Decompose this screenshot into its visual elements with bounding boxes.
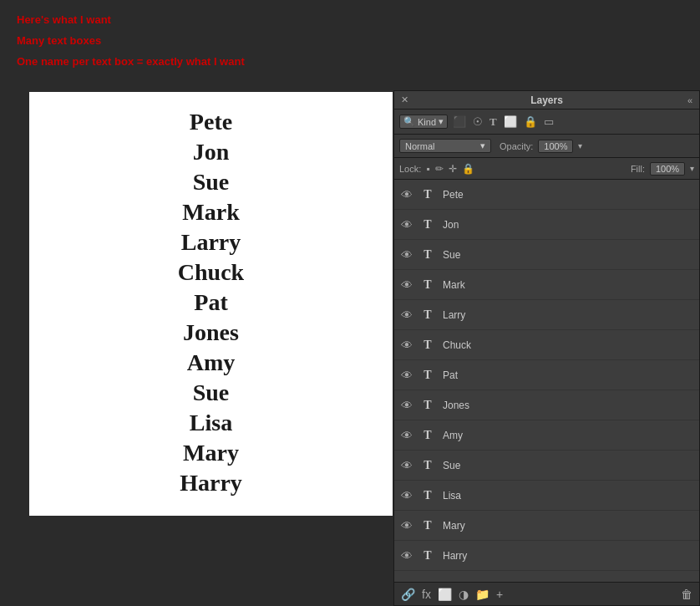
canvas-name-amy: Amy [187,349,236,376]
lock-filter-icon[interactable]: 🔒 [522,114,539,130]
lock-transparency-icon[interactable]: ▪ [426,163,429,175]
kind-dropdown[interactable]: 🔍 Kind ▾ [399,115,448,129]
type-icon-sue1: T [419,248,436,262]
layer-name-amy: Amy [443,430,694,441]
canvas-name-jon: Jon [193,139,230,166]
type-icon-sue2: T [419,459,436,472]
artboard-filter-icon[interactable]: ▭ [542,114,555,130]
eye-icon-harry[interactable]: 👁 [399,549,414,563]
lock-label: Lock: [399,164,421,174]
lock-image-icon[interactable]: ✏ [435,163,444,175]
layers-collapse-button[interactable]: « [687,95,692,105]
type-icon-harry: T [419,549,436,563]
layer-item-sue1[interactable]: 👁 T Sue [394,240,699,270]
instruction-2: Many text boxes [17,34,376,47]
layer-item-chuck[interactable]: 👁 T Chuck [394,330,699,360]
type-icon-mark: T [419,278,436,292]
layer-item-lisa[interactable]: 👁 T Lisa [394,481,699,511]
type-icon-chuck: T [419,339,436,352]
layer-name-jon: Jon [443,219,694,231]
layer-name-pat: Pat [443,369,694,381]
fill-value[interactable]: 100% [650,162,685,176]
layer-item-jon[interactable]: 👁 T Jon [394,210,699,240]
layer-item-mark[interactable]: 👁 T Mark [394,270,699,300]
layer-item-pete[interactable]: 👁 T Pete [394,180,699,210]
type-icon-pete: T [419,188,436,201]
layer-name-chuck: Chuck [443,339,694,351]
eye-icon-amy[interactable]: 👁 [399,429,414,442]
opacity-label: Opacity: [500,141,533,151]
eye-icon-larry[interactable]: 👁 [399,308,414,322]
layers-panel: ✕ Layers « 🔍 Kind ▾ ⬛ ☉ T ⬜ 🔒 ▭ Normal ▾… [393,90,700,606]
layer-item-jones[interactable]: 👁 T Jones [394,390,699,420]
instruction-1: Here's what I want [17,13,376,26]
eye-icon-mary[interactable]: 👁 [399,519,414,532]
opacity-value[interactable]: 100% [538,140,573,153]
type-icon-mary: T [419,519,436,532]
eye-icon-pete[interactable]: 👁 [399,188,414,201]
eye-icon-sue1[interactable]: 👁 [399,248,414,262]
canvas-name-pete: Pete [190,109,232,135]
layer-item-pat[interactable]: 👁 T Pat [394,360,699,390]
group-layers-icon[interactable]: 📁 [475,588,489,601]
chevron-down-icon: ▾ [439,116,444,127]
layer-name-pete: Pete [443,189,694,201]
type-icon-amy: T [419,429,436,442]
type-icon-larry: T [419,308,436,322]
canvas-name-chuck: Chuck [178,259,244,286]
lock-all-icon[interactable]: 🔒 [462,163,474,175]
layer-mask-icon[interactable]: ⬜ [438,588,452,601]
type-icon-lisa: T [419,489,436,502]
layers-list[interactable]: 👁 T Pete 👁 T Jon 👁 T Sue 👁 T Mark 👁 T La… [394,180,699,582]
layers-close-button[interactable]: ✕ [401,94,408,105]
layer-item-larry[interactable]: 👁 T Larry [394,300,699,330]
layer-item-amy[interactable]: 👁 T Amy [394,420,699,451]
layer-name-mark: Mark [443,279,694,291]
type-icon-pat: T [419,369,436,382]
canvas-name-harry: Harry [180,470,242,497]
canvas-area: Pete Jon Sue Mark Larry Chuck Pat Jones … [29,92,393,516]
layer-name-lisa: Lisa [443,490,694,502]
layer-style-icon[interactable]: fx [422,588,431,601]
layer-name-jones: Jones [443,400,694,411]
shape-filter-icon[interactable]: ⬜ [502,114,519,130]
canvas-name-jones: Jones [183,319,239,346]
layers-lock-row: Lock: ▪ ✏ ✛ 🔒 Fill: 100% ▾ [394,158,699,180]
new-layer-icon[interactable]: + [496,588,503,601]
link-layers-icon[interactable]: 🔗 [401,588,415,601]
canvas-name-sue1: Sue [193,169,230,196]
canvas-name-pat: Pat [194,289,227,316]
fill-chevron-icon: ▾ [690,164,694,173]
eye-icon-lisa[interactable]: 👁 [399,489,414,502]
layer-name-mary: Mary [443,520,694,532]
opacity-chevron-icon: ▾ [578,141,582,150]
type-icon-jones: T [419,399,436,412]
layer-item-sue2[interactable]: 👁 T Sue [394,451,699,481]
blend-mode-value: Normal [405,141,434,151]
eye-icon-mark[interactable]: 👁 [399,278,414,292]
eye-icon-pat[interactable]: 👁 [399,369,414,382]
search-icon: 🔍 [403,116,415,127]
lock-position-icon[interactable]: ✛ [449,163,457,175]
delete-layer-icon[interactable]: 🗑 [681,588,692,601]
eye-icon-jon[interactable]: 👁 [399,218,414,232]
layers-blend-row: Normal ▾ Opacity: 100% ▾ [394,135,699,158]
layer-item-mary[interactable]: 👁 T Mary [394,511,699,541]
layers-toolbar: 🔍 Kind ▾ ⬛ ☉ T ⬜ 🔒 ▭ [394,109,699,135]
layer-name-sue1: Sue [443,249,694,261]
eye-icon-chuck[interactable]: 👁 [399,339,414,352]
layer-item-harry[interactable]: 👁 T Harry [394,541,699,571]
adjustment-layer-icon[interactable]: ◑ [459,588,469,601]
pixel-filter-icon[interactable]: ⬛ [451,114,468,130]
adjustment-icon[interactable]: ☉ [471,114,484,130]
eye-icon-jones[interactable]: 👁 [399,399,414,412]
layer-name-larry: Larry [443,309,694,321]
canvas-name-lisa: Lisa [190,410,232,436]
blend-chevron-icon: ▾ [480,140,485,151]
eye-icon-sue2[interactable]: 👁 [399,459,414,472]
blend-mode-dropdown[interactable]: Normal ▾ [399,139,491,153]
type-filter-icon[interactable]: T [488,114,499,130]
canvas-name-mary: Mary [183,440,239,466]
canvas-name-larry: Larry [181,229,241,256]
layers-panel-header: ✕ Layers « [394,91,699,109]
